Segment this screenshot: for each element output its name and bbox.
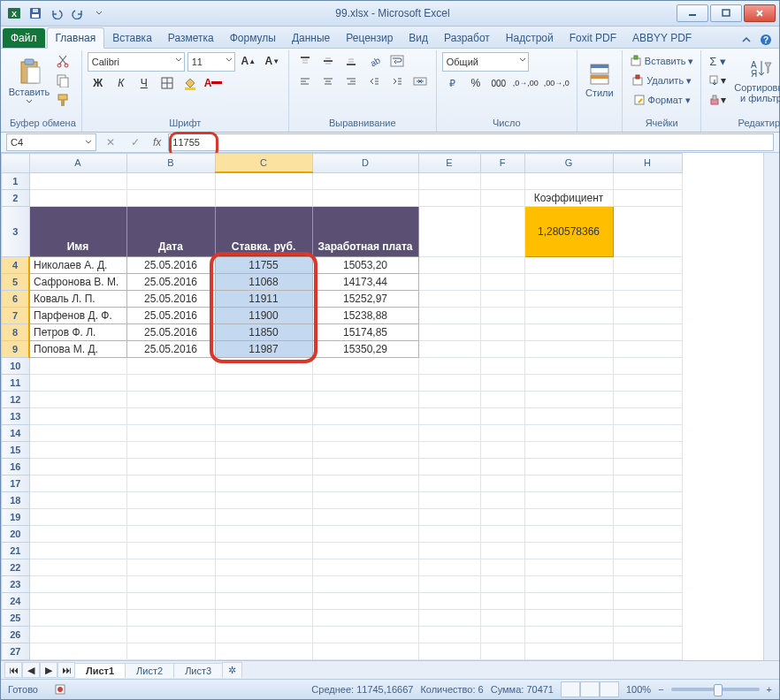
col-header-G[interactable]: G (524, 154, 613, 173)
zoom-out-icon[interactable]: − (658, 684, 663, 695)
col-header-E[interactable]: E (418, 154, 480, 173)
cell-C2[interactable] (215, 190, 312, 207)
cell-F13[interactable] (480, 408, 524, 425)
cell-E15[interactable] (418, 442, 480, 459)
align-right-icon[interactable] (340, 72, 362, 90)
cell-A23[interactable] (29, 576, 126, 593)
comma-icon[interactable]: 000 (488, 74, 509, 92)
cell-F17[interactable] (480, 476, 524, 492)
cell-D23[interactable] (312, 576, 418, 593)
row-header-27[interactable]: 27 (2, 643, 30, 660)
cell-E7[interactable] (418, 308, 480, 324)
redo-icon[interactable] (68, 4, 88, 22)
cell-A14[interactable] (29, 425, 126, 442)
cell-B7[interactable]: 25.05.2016 (126, 308, 215, 324)
sheet-tab-1[interactable]: Лист1 (74, 663, 126, 678)
fill-icon[interactable]: ▾ (707, 72, 728, 89)
cell-F24[interactable] (480, 593, 524, 610)
cell-B3[interactable]: Дата (126, 207, 215, 257)
cell-H6[interactable] (613, 291, 682, 308)
cell-D1[interactable] (312, 172, 418, 190)
col-header-C[interactable]: C (215, 154, 312, 173)
cell-G17[interactable] (524, 476, 613, 492)
worksheet-grid[interactable]: ABCDEFGH12Коэффициент3ИмяДатаСтавка. руб… (1, 153, 763, 660)
align-center-icon[interactable] (317, 72, 339, 90)
cell-C13[interactable] (215, 408, 312, 425)
cell-A24[interactable] (29, 593, 126, 610)
view-pagebreak-icon[interactable] (600, 681, 619, 697)
cell-H26[interactable] (613, 627, 682, 643)
row-header-14[interactable]: 14 (2, 425, 30, 442)
view-pagelayout-icon[interactable] (580, 681, 600, 697)
cell-B13[interactable] (126, 408, 215, 425)
cell-B17[interactable] (126, 476, 215, 492)
cell-D2[interactable] (312, 190, 418, 207)
clear-icon[interactable]: ▾ (707, 91, 728, 109)
cell-B8[interactable]: 25.05.2016 (126, 324, 215, 341)
cell-G18[interactable] (524, 492, 613, 509)
underline-icon[interactable]: Ч (134, 74, 155, 92)
cell-C18[interactable] (215, 492, 312, 509)
align-left-icon[interactable] (294, 72, 316, 90)
cell-F27[interactable] (480, 643, 524, 660)
cell-B15[interactable] (126, 442, 215, 459)
align-middle-icon[interactable] (317, 52, 339, 70)
excel-icon[interactable]: X (4, 4, 24, 22)
cell-C21[interactable] (215, 543, 312, 559)
cell-C23[interactable] (215, 576, 312, 593)
cell-D16[interactable] (312, 459, 418, 476)
cell-C19[interactable] (215, 509, 312, 526)
tab-foxit[interactable]: Foxit PDF (562, 28, 624, 48)
cell-F18[interactable] (480, 492, 524, 509)
cell-D22[interactable] (312, 559, 418, 576)
cell-D11[interactable] (312, 375, 418, 392)
cell-B26[interactable] (126, 627, 215, 643)
cell-B20[interactable] (126, 526, 215, 543)
cell-E3[interactable] (418, 207, 480, 257)
cell-G9[interactable] (524, 341, 613, 358)
col-header-F[interactable]: F (480, 154, 524, 173)
cell-F5[interactable] (480, 274, 524, 291)
row-header-15[interactable]: 15 (2, 442, 30, 459)
cell-F7[interactable] (480, 308, 524, 324)
cell-H13[interactable] (613, 408, 682, 425)
cell-F16[interactable] (480, 459, 524, 476)
col-header-A[interactable]: A (29, 154, 126, 173)
cell-C7[interactable]: 11900 (215, 308, 312, 324)
cell-F21[interactable] (480, 543, 524, 559)
cell-H2[interactable] (613, 190, 682, 207)
cell-E18[interactable] (418, 492, 480, 509)
sheet-nav-prev-icon[interactable]: ◀ (22, 662, 40, 678)
increase-decimal-icon[interactable]: ,0→,00 (511, 74, 540, 92)
borders-icon[interactable] (157, 74, 178, 92)
cell-G21[interactable] (524, 543, 613, 559)
save-icon[interactable] (26, 4, 45, 22)
cell-A22[interactable] (29, 559, 126, 576)
cell-A1[interactable] (29, 172, 126, 190)
cell-G22[interactable] (524, 559, 613, 576)
cell-H11[interactable] (613, 375, 682, 392)
cell-H16[interactable] (613, 459, 682, 476)
cell-D21[interactable] (312, 543, 418, 559)
row-header-4[interactable]: 4 (2, 257, 30, 274)
row-header-25[interactable]: 25 (2, 610, 30, 627)
cell-E16[interactable] (418, 459, 480, 476)
cell-B9[interactable]: 25.05.2016 (126, 341, 215, 358)
row-header-13[interactable]: 13 (2, 408, 30, 425)
cell-G13[interactable] (524, 408, 613, 425)
maximize-button[interactable] (710, 4, 742, 22)
cell-E8[interactable] (418, 324, 480, 341)
cell-H12[interactable] (613, 392, 682, 408)
cell-A18[interactable] (29, 492, 126, 509)
new-sheet-icon[interactable]: ✲ (222, 662, 242, 678)
cell-E17[interactable] (418, 476, 480, 492)
format-painter-icon[interactable] (52, 91, 73, 109)
cell-G27[interactable] (524, 643, 613, 660)
cell-D24[interactable] (312, 593, 418, 610)
cell-D4[interactable]: 15053,20 (312, 257, 418, 274)
cell-F1[interactable] (480, 172, 524, 190)
cell-E19[interactable] (418, 509, 480, 526)
cell-H19[interactable] (613, 509, 682, 526)
shrink-font-icon[interactable]: A▼ (262, 52, 283, 70)
minimize-button[interactable] (677, 4, 708, 22)
